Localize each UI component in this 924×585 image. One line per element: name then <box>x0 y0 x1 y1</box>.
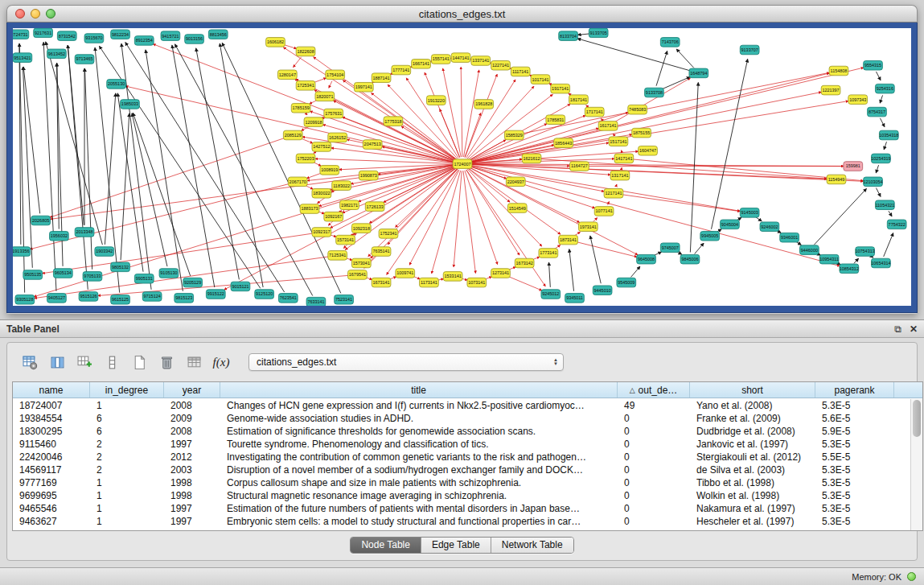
graph-node[interactable]: 9446000 <box>799 245 819 255</box>
graph-edge[interactable] <box>35 257 331 299</box>
column-header-name[interactable]: name <box>13 382 90 398</box>
graph-edge[interactable] <box>465 74 497 157</box>
graph-node[interactable]: 9125120 <box>255 290 274 299</box>
graph-node[interactable]: 9254316 <box>875 84 894 93</box>
new-table-button[interactable] <box>128 352 150 373</box>
graph-node[interactable]: 8912354 <box>134 36 154 46</box>
graph-node[interactable]: 1961828 <box>474 100 494 109</box>
graph-node[interactable]: 1533141 <box>443 272 462 282</box>
graph-node[interactable]: 1009741 <box>396 269 415 278</box>
graph-edge[interactable] <box>884 233 893 257</box>
graph-node[interactable]: 9705133 <box>83 272 102 282</box>
graph-node[interactable]: 1073141 <box>467 278 487 287</box>
graph-node[interactable]: 1856443 <box>554 138 573 148</box>
graph-node[interactable]: 10754313 <box>856 247 875 257</box>
graph-node[interactable]: 1830022 <box>312 188 331 198</box>
graph-node[interactable]: 9205129 <box>183 278 203 287</box>
graph-node[interactable]: 9133708 <box>645 88 664 97</box>
graph-node[interactable]: 9945005 <box>700 231 720 241</box>
graph-node[interactable]: 1517141 <box>609 137 628 146</box>
graph-node[interactable]: 1092317 <box>312 228 331 237</box>
graph-node[interactable]: 9905131 <box>134 274 154 283</box>
graph-node[interactable]: 9713465 <box>75 55 94 64</box>
table-scrollbar[interactable] <box>910 399 922 530</box>
graph-node[interactable]: 9405127 <box>47 294 67 303</box>
graph-node[interactable]: 1621612 <box>522 154 541 163</box>
graph-node[interactable]: 9805132 <box>111 262 130 272</box>
graph-node[interactable]: 12103054 <box>863 177 882 187</box>
graph-node[interactable]: 9246002 <box>760 222 779 232</box>
graph-node[interactable]: 7754322 <box>887 220 906 229</box>
graph-edge[interactable] <box>132 113 167 266</box>
graph-node[interactable]: 159981 <box>844 162 863 171</box>
graph-node[interactable]: 1917141 <box>551 84 570 93</box>
graph-node[interactable]: 9133707 <box>740 45 759 55</box>
graph-node[interactable]: 9105130 <box>159 269 179 278</box>
column-header-short[interactable]: short <box>690 382 815 398</box>
tab-node-table[interactable]: Node Table <box>351 538 421 553</box>
graph-node[interactable]: 9613452 <box>47 49 67 59</box>
graph-node[interactable]: 10354318 <box>879 130 898 140</box>
graph-edge[interactable] <box>406 78 458 159</box>
graph-node[interactable]: 2013348 <box>75 228 94 237</box>
graph-node[interactable]: 9015121 <box>231 282 250 291</box>
graph-edge[interactable] <box>30 183 290 249</box>
graph-edge[interactable] <box>814 188 866 245</box>
graph-node[interactable]: 1990873 <box>359 171 378 180</box>
table-row[interactable]: 946362711997Embryonic stem cells: a mode… <box>13 515 910 528</box>
graph-node[interactable]: 9315670 <box>84 34 104 43</box>
graph-node[interactable]: 1973141 <box>578 222 598 232</box>
graph-node[interactable]: 10954311 <box>819 254 839 264</box>
graph-node[interactable]: 1773141 <box>539 249 558 258</box>
graph-node[interactable]: 9815123 <box>175 294 194 303</box>
graph-node[interactable]: 9133705 <box>589 28 608 38</box>
graph-edge[interactable] <box>470 68 864 163</box>
graph-node[interactable]: 1097343 <box>848 95 868 105</box>
graph-node[interactable]: 1573041 <box>351 258 371 268</box>
graph-node[interactable]: 2055130 <box>107 80 126 89</box>
graph-edge[interactable] <box>876 165 878 173</box>
graph-node[interactable]: 1724007 <box>453 159 472 169</box>
graph-node[interactable]: 1985033 <box>121 100 140 109</box>
graph-node[interactable]: 2204937 <box>506 177 525 187</box>
graph-node[interactable]: 1092318 <box>351 224 371 233</box>
network-canvas[interactable]: 1724007160618218226081280147172534117541… <box>13 28 911 306</box>
graph-edge[interactable] <box>661 77 690 90</box>
graph-edge[interactable] <box>470 134 632 163</box>
close-panel-icon[interactable]: ✕ <box>910 324 918 334</box>
graph-edge[interactable] <box>396 169 458 228</box>
graph-edge[interactable] <box>369 167 456 223</box>
graph-node[interactable]: 10854312 <box>840 264 859 274</box>
graph-node[interactable]: 1209918 <box>304 117 323 127</box>
graph-node[interactable]: 7143706 <box>660 38 680 47</box>
graph-edge[interactable] <box>461 67 462 157</box>
function-builder-button[interactable]: f(x) <box>210 352 232 373</box>
column-header-title[interactable]: title <box>220 382 618 398</box>
graph-node[interactable]: 10254319 <box>871 154 890 163</box>
graph-edge[interactable] <box>876 72 881 80</box>
graph-edge[interactable] <box>593 218 598 222</box>
graph-node[interactable]: 1617141 <box>598 122 618 131</box>
graph-node[interactable]: 1752203 <box>296 154 315 163</box>
graph-edge[interactable] <box>133 113 190 276</box>
graph-node[interactable]: 2026805 <box>31 216 51 225</box>
graph-node[interactable]: 9645008 <box>637 254 656 264</box>
graph-node[interactable]: 1117141 <box>511 67 530 76</box>
graph-node[interactable]: 9445010 <box>593 286 612 295</box>
graph-node[interactable]: 1008919 <box>320 166 339 175</box>
graph-node[interactable]: 1822608 <box>296 47 315 56</box>
graph-node[interactable]: 1726133 <box>365 202 384 212</box>
graph-node[interactable]: 1679541 <box>348 270 368 280</box>
table-row[interactable]: 1872400712008Changes of HCN gene express… <box>13 399 910 412</box>
graph-edge[interactable] <box>84 68 92 270</box>
graph-node[interactable]: 1883173 <box>300 204 319 214</box>
graph-edge[interactable] <box>454 171 462 267</box>
graph-node[interactable]: 9724731 <box>13 30 29 39</box>
table-row[interactable]: 969969511998Structural magnetic resonanc… <box>13 489 910 502</box>
graph-edge[interactable] <box>50 165 455 220</box>
graph-node[interactable]: 1873141 <box>559 235 578 245</box>
graph-node[interactable]: 9505135 <box>23 270 43 280</box>
graph-node[interactable]: 1785159 <box>291 103 310 113</box>
graph-edge[interactable] <box>23 67 32 268</box>
column-header-in_degree[interactable]: in_degree <box>90 382 164 398</box>
